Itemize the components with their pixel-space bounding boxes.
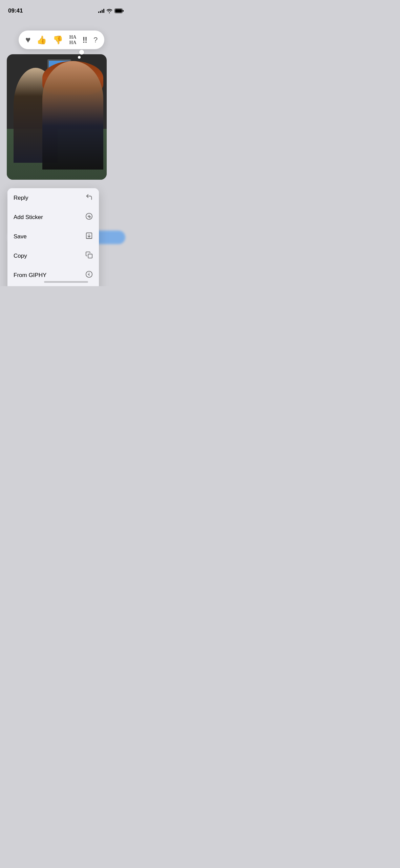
copy-icon bbox=[85, 251, 93, 260]
status-time: 09:41 bbox=[8, 7, 23, 14]
menu-item-from-giphy-label: From GIPHY bbox=[14, 272, 46, 279]
message-container bbox=[7, 54, 107, 180]
signal-icon bbox=[98, 9, 104, 13]
status-bar: 09:41 bbox=[0, 0, 132, 17]
svg-rect-2 bbox=[123, 10, 124, 12]
menu-item-reply-label: Reply bbox=[14, 195, 28, 201]
context-menu: Reply Add Sticker Save bbox=[7, 188, 99, 286]
menu-item-reply[interactable]: Reply bbox=[7, 188, 99, 208]
reaction-thumbsup[interactable]: 👍 bbox=[37, 35, 47, 45]
reaction-heart[interactable]: ♥ bbox=[25, 35, 30, 45]
svg-rect-8 bbox=[88, 254, 92, 258]
menu-item-copy[interactable]: Copy bbox=[7, 246, 99, 265]
reaction-haha[interactable]: HAHA bbox=[69, 35, 76, 45]
reaction-question[interactable]: ? bbox=[93, 36, 98, 44]
reaction-thumbsdown[interactable]: 👎 bbox=[53, 35, 63, 45]
giphy-icon bbox=[85, 271, 93, 280]
menu-item-add-sticker-label: Add Sticker bbox=[14, 214, 43, 221]
reply-icon bbox=[85, 193, 93, 202]
home-indicator bbox=[44, 281, 88, 283]
menu-item-save-label: Save bbox=[14, 233, 27, 240]
message-image bbox=[7, 54, 107, 180]
wifi-icon bbox=[106, 8, 112, 13]
reaction-picker: ♥ 👍 👎 HAHA ‼ ? bbox=[19, 31, 104, 49]
reaction-tail-1 bbox=[79, 50, 84, 55]
status-icons bbox=[98, 8, 124, 13]
add-sticker-icon bbox=[85, 213, 93, 222]
menu-item-copy-label: Copy bbox=[14, 253, 27, 259]
save-icon bbox=[85, 232, 93, 241]
menu-item-save[interactable]: Save bbox=[7, 227, 99, 246]
svg-point-10 bbox=[89, 273, 89, 273]
menu-item-add-sticker[interactable]: Add Sticker bbox=[7, 208, 99, 227]
menu-item-more[interactable]: More... bbox=[7, 285, 99, 286]
person-fg bbox=[42, 61, 103, 170]
svg-rect-1 bbox=[115, 9, 122, 13]
reaction-exclamation[interactable]: ‼ bbox=[82, 35, 87, 45]
battery-icon bbox=[114, 8, 124, 13]
